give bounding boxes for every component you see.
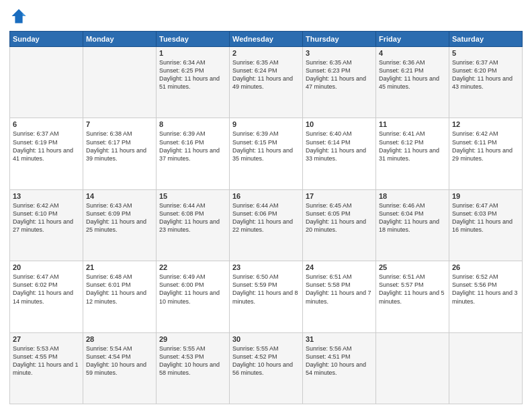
calendar-cell: 14Sunrise: 6:43 AM Sunset: 6:09 PM Dayli… [83,189,157,261]
day-info: Sunrise: 6:41 AM Sunset: 6:12 PM Dayligh… [379,130,446,163]
calendar-cell: 6Sunrise: 6:37 AM Sunset: 6:19 PM Daylig… [10,118,83,189]
day-number: 9 [232,120,300,128]
calendar-cell [10,47,83,118]
day-info: Sunrise: 5:55 AM Sunset: 4:53 PM Dayligh… [159,345,226,377]
day-number: 29 [159,335,226,343]
day-number: 18 [379,192,446,200]
calendar-cell: 16Sunrise: 6:44 AM Sunset: 6:06 PM Dayli… [230,189,303,261]
calendar-cell: 20Sunrise: 6:47 AM Sunset: 6:02 PM Dayli… [10,261,83,332]
day-number: 1 [159,49,226,57]
day-info: Sunrise: 6:44 AM Sunset: 6:06 PM Dayligh… [232,201,300,234]
page: SundayMondayTuesdayWednesdayThursdayFrid… [0,0,532,411]
calendar-cell: 22Sunrise: 6:49 AM Sunset: 6:00 PM Dayli… [157,261,230,332]
day-info: Sunrise: 6:43 AM Sunset: 6:09 PM Dayligh… [86,201,153,234]
day-info: Sunrise: 6:39 AM Sunset: 6:15 PM Dayligh… [232,130,300,163]
calendar-cell: 23Sunrise: 6:50 AM Sunset: 5:59 PM Dayli… [230,261,303,332]
day-info: Sunrise: 6:34 AM Sunset: 6:25 PM Dayligh… [159,58,226,91]
calendar-cell: 17Sunrise: 6:45 AM Sunset: 6:05 PM Dayli… [303,189,376,261]
calendar-cell: 7Sunrise: 6:38 AM Sunset: 6:17 PM Daylig… [83,118,157,189]
calendar-cell: 26Sunrise: 6:52 AM Sunset: 5:56 PM Dayli… [449,261,523,332]
calendar-cell [83,47,157,118]
week-row-4: 20Sunrise: 6:47 AM Sunset: 6:02 PM Dayli… [10,261,523,332]
calendar-cell: 18Sunrise: 6:46 AM Sunset: 6:04 PM Dayli… [376,189,449,261]
day-info: Sunrise: 6:35 AM Sunset: 6:24 PM Dayligh… [232,58,300,91]
logo [9,7,31,26]
day-number: 20 [13,263,80,271]
day-info: Sunrise: 6:51 AM Sunset: 5:57 PM Dayligh… [379,273,446,306]
day-info: Sunrise: 5:56 AM Sunset: 4:51 PM Dayligh… [306,345,373,377]
day-info: Sunrise: 6:46 AM Sunset: 6:04 PM Dayligh… [379,201,446,234]
weekday-header-thursday: Thursday [303,32,376,47]
day-info: Sunrise: 6:44 AM Sunset: 6:08 PM Dayligh… [159,201,226,234]
calendar-cell: 30Sunrise: 5:55 AM Sunset: 4:52 PM Dayli… [230,332,303,404]
day-info: Sunrise: 6:45 AM Sunset: 6:05 PM Dayligh… [306,201,373,234]
day-info: Sunrise: 6:42 AM Sunset: 6:10 PM Dayligh… [13,201,80,234]
day-number: 6 [13,120,80,128]
day-number: 3 [306,49,373,57]
calendar-cell: 29Sunrise: 5:55 AM Sunset: 4:53 PM Dayli… [157,332,230,404]
day-number: 27 [13,335,80,343]
day-number: 4 [379,49,446,57]
day-number: 7 [86,120,153,128]
weekday-header-row: SundayMondayTuesdayWednesdayThursdayFrid… [10,32,523,47]
day-info: Sunrise: 6:52 AM Sunset: 5:56 PM Dayligh… [452,273,519,306]
calendar-cell: 4Sunrise: 6:36 AM Sunset: 6:21 PM Daylig… [376,47,449,118]
day-info: Sunrise: 6:36 AM Sunset: 6:21 PM Dayligh… [379,58,446,91]
day-info: Sunrise: 6:35 AM Sunset: 6:23 PM Dayligh… [306,58,373,91]
day-number: 31 [306,335,373,343]
day-info: Sunrise: 6:37 AM Sunset: 6:19 PM Dayligh… [13,130,80,163]
calendar-cell: 21Sunrise: 6:48 AM Sunset: 6:01 PM Dayli… [83,261,157,332]
day-number: 11 [379,120,446,128]
calendar-cell: 10Sunrise: 6:40 AM Sunset: 6:14 PM Dayli… [303,118,376,189]
day-number: 8 [159,120,226,128]
calendar-table: SundayMondayTuesdayWednesdayThursdayFrid… [9,31,523,404]
day-info: Sunrise: 6:51 AM Sunset: 5:58 PM Dayligh… [306,273,373,306]
calendar-cell: 1Sunrise: 6:34 AM Sunset: 6:25 PM Daylig… [157,47,230,118]
calendar-cell: 15Sunrise: 6:44 AM Sunset: 6:08 PM Dayli… [157,189,230,261]
day-number: 19 [452,192,519,200]
weekday-header-friday: Friday [376,32,449,47]
week-row-3: 13Sunrise: 6:42 AM Sunset: 6:10 PM Dayli… [10,189,523,261]
day-number: 10 [306,120,373,128]
day-info: Sunrise: 5:53 AM Sunset: 4:55 PM Dayligh… [13,345,80,377]
day-info: Sunrise: 6:37 AM Sunset: 6:20 PM Dayligh… [452,58,519,91]
calendar-cell: 5Sunrise: 6:37 AM Sunset: 6:20 PM Daylig… [449,47,523,118]
calendar-cell [376,332,449,404]
calendar-cell: 13Sunrise: 6:42 AM Sunset: 6:10 PM Dayli… [10,189,83,261]
day-info: Sunrise: 6:40 AM Sunset: 6:14 PM Dayligh… [306,130,373,163]
weekday-header-saturday: Saturday [449,32,523,47]
week-row-2: 6Sunrise: 6:37 AM Sunset: 6:19 PM Daylig… [10,118,523,189]
calendar-cell: 2Sunrise: 6:35 AM Sunset: 6:24 PM Daylig… [230,47,303,118]
weekday-header-monday: Monday [83,32,157,47]
calendar-cell: 11Sunrise: 6:41 AM Sunset: 6:12 PM Dayli… [376,118,449,189]
header [9,7,523,26]
day-number: 12 [452,120,519,128]
weekday-header-wednesday: Wednesday [230,32,303,47]
calendar-cell: 9Sunrise: 6:39 AM Sunset: 6:15 PM Daylig… [230,118,303,189]
weekday-header-sunday: Sunday [10,32,83,47]
logo-icon [9,7,28,26]
calendar-cell: 24Sunrise: 6:51 AM Sunset: 5:58 PM Dayli… [303,261,376,332]
calendar-cell: 31Sunrise: 5:56 AM Sunset: 4:51 PM Dayli… [303,332,376,404]
calendar-cell: 27Sunrise: 5:53 AM Sunset: 4:55 PM Dayli… [10,332,83,404]
day-info: Sunrise: 6:48 AM Sunset: 6:01 PM Dayligh… [86,273,153,306]
calendar-cell: 28Sunrise: 5:54 AM Sunset: 4:54 PM Dayli… [83,332,157,404]
calendar-cell: 19Sunrise: 6:47 AM Sunset: 6:03 PM Dayli… [449,189,523,261]
day-info: Sunrise: 5:54 AM Sunset: 4:54 PM Dayligh… [86,345,153,377]
week-row-1: 1Sunrise: 6:34 AM Sunset: 6:25 PM Daylig… [10,47,523,118]
day-number: 24 [306,263,373,271]
day-number: 21 [86,263,153,271]
day-number: 26 [452,263,519,271]
calendar-cell: 12Sunrise: 6:42 AM Sunset: 6:11 PM Dayli… [449,118,523,189]
day-number: 17 [306,192,373,200]
day-number: 22 [159,263,226,271]
calendar-cell [449,332,523,404]
calendar-cell: 8Sunrise: 6:39 AM Sunset: 6:16 PM Daylig… [157,118,230,189]
day-info: Sunrise: 6:49 AM Sunset: 6:00 PM Dayligh… [159,273,226,306]
day-number: 2 [232,49,300,57]
week-row-5: 27Sunrise: 5:53 AM Sunset: 4:55 PM Dayli… [10,332,523,404]
day-number: 5 [452,49,519,57]
day-number: 28 [86,335,153,343]
day-info: Sunrise: 6:39 AM Sunset: 6:16 PM Dayligh… [159,130,226,163]
day-number: 23 [232,263,300,271]
